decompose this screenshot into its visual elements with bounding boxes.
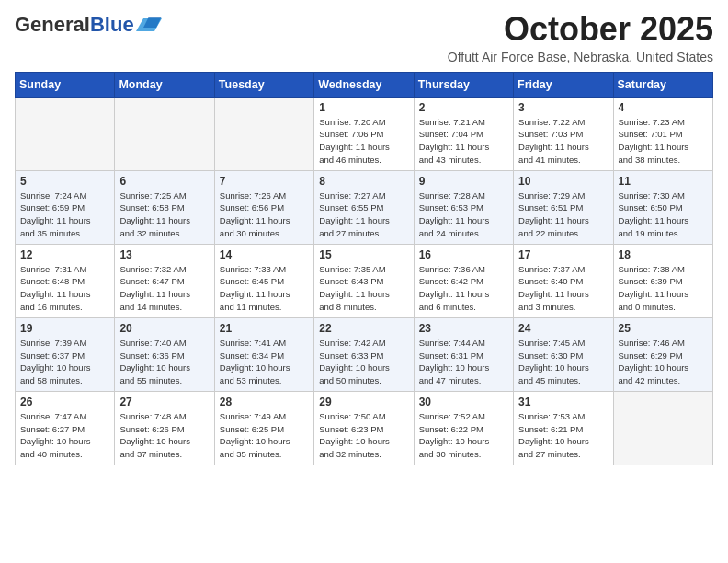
day-info: Sunrise: 7:45 AM Sunset: 6:30 PM Dayligh… (518, 337, 608, 387)
header: GeneralBlue October 2025 Offutt Air Forc… (15, 11, 713, 64)
day-info: Sunrise: 7:48 AM Sunset: 6:26 PM Dayligh… (119, 410, 209, 461)
day-info: Sunrise: 7:37 AM Sunset: 6:40 PM Dayligh… (518, 263, 608, 314)
day-number: 22 (319, 322, 408, 335)
day-number: 16 (419, 248, 508, 261)
day-cell: 27Sunrise: 7:48 AM Sunset: 6:26 PM Dayli… (115, 391, 214, 465)
day-info: Sunrise: 7:50 AM Sunset: 6:23 PM Dayligh… (319, 410, 408, 461)
day-number: 20 (119, 322, 209, 335)
day-info: Sunrise: 7:35 AM Sunset: 6:43 PM Dayligh… (319, 263, 408, 314)
day-info: Sunrise: 7:21 AM Sunset: 7:04 PM Dayligh… (419, 116, 508, 167)
day-number: 17 (518, 248, 608, 261)
day-number: 19 (20, 322, 109, 335)
day-number: 26 (20, 396, 109, 408)
day-cell: 15Sunrise: 7:35 AM Sunset: 6:43 PM Dayli… (314, 244, 414, 317)
location: Offutt Air Force Base, Nebraska, United … (448, 50, 713, 64)
day-info: Sunrise: 7:33 AM Sunset: 6:45 PM Dayligh… (220, 263, 309, 314)
day-cell: 24Sunrise: 7:45 AM Sunset: 6:30 PM Dayli… (514, 317, 613, 391)
day-cell: 26Sunrise: 7:47 AM Sunset: 6:27 PM Dayli… (16, 391, 115, 465)
column-header-friday: Friday (514, 72, 613, 97)
day-number: 9 (419, 175, 508, 188)
title-section: October 2025 Offutt Air Force Base, Nebr… (448, 11, 713, 64)
day-cell: 30Sunrise: 7:52 AM Sunset: 6:22 PM Dayli… (414, 391, 513, 465)
day-info: Sunrise: 7:31 AM Sunset: 6:48 PM Dayligh… (20, 263, 109, 314)
day-cell: 29Sunrise: 7:50 AM Sunset: 6:23 PM Dayli… (314, 391, 414, 465)
day-cell (214, 97, 313, 170)
day-info: Sunrise: 7:49 AM Sunset: 6:25 PM Dayligh… (220, 410, 309, 461)
day-info: Sunrise: 7:25 AM Sunset: 6:58 PM Dayligh… (119, 190, 209, 240)
day-number: 7 (220, 175, 309, 188)
week-row-3: 12Sunrise: 7:31 AM Sunset: 6:48 PM Dayli… (16, 244, 713, 317)
week-row-2: 5Sunrise: 7:24 AM Sunset: 6:59 PM Daylig… (16, 170, 713, 244)
day-cell: 16Sunrise: 7:36 AM Sunset: 6:42 PM Dayli… (414, 244, 513, 317)
logo: GeneralBlue (15, 15, 162, 35)
day-cell: 3Sunrise: 7:22 AM Sunset: 7:03 PM Daylig… (514, 97, 613, 170)
day-info: Sunrise: 7:39 AM Sunset: 6:37 PM Dayligh… (20, 337, 109, 387)
day-number: 15 (319, 248, 408, 261)
day-cell (16, 97, 115, 170)
day-cell (613, 391, 712, 465)
day-cell: 5Sunrise: 7:24 AM Sunset: 6:59 PM Daylig… (16, 170, 115, 244)
day-cell: 11Sunrise: 7:30 AM Sunset: 6:50 PM Dayli… (613, 170, 712, 244)
day-cell: 2Sunrise: 7:21 AM Sunset: 7:04 PM Daylig… (414, 97, 513, 170)
day-info: Sunrise: 7:36 AM Sunset: 6:42 PM Dayligh… (419, 263, 508, 314)
day-info: Sunrise: 7:46 AM Sunset: 6:29 PM Dayligh… (619, 337, 708, 387)
calendar-page: GeneralBlue October 2025 Offutt Air Forc… (0, 0, 728, 480)
column-header-tuesday: Tuesday (214, 72, 313, 97)
day-number: 24 (518, 322, 608, 335)
day-cell: 19Sunrise: 7:39 AM Sunset: 6:37 PM Dayli… (16, 317, 115, 391)
day-cell: 7Sunrise: 7:26 AM Sunset: 6:56 PM Daylig… (214, 170, 313, 244)
day-number: 30 (419, 396, 508, 408)
day-number: 27 (119, 396, 209, 408)
day-cell: 21Sunrise: 7:41 AM Sunset: 6:34 PM Dayli… (214, 317, 313, 391)
day-cell: 13Sunrise: 7:32 AM Sunset: 6:47 PM Dayli… (115, 244, 214, 317)
day-number: 12 (20, 248, 109, 261)
day-number: 23 (419, 322, 508, 335)
day-info: Sunrise: 7:26 AM Sunset: 6:56 PM Dayligh… (220, 190, 309, 240)
column-header-monday: Monday (115, 72, 214, 97)
column-header-sunday: Sunday (16, 72, 115, 97)
day-cell: 22Sunrise: 7:42 AM Sunset: 6:33 PM Dayli… (314, 317, 414, 391)
day-number: 31 (518, 396, 608, 408)
day-info: Sunrise: 7:29 AM Sunset: 6:51 PM Dayligh… (518, 190, 608, 240)
week-row-5: 26Sunrise: 7:47 AM Sunset: 6:27 PM Dayli… (16, 391, 713, 465)
day-info: Sunrise: 7:53 AM Sunset: 6:21 PM Dayligh… (518, 410, 608, 461)
day-info: Sunrise: 7:38 AM Sunset: 6:39 PM Dayligh… (619, 263, 708, 314)
day-info: Sunrise: 7:23 AM Sunset: 7:01 PM Dayligh… (619, 116, 708, 167)
day-cell: 28Sunrise: 7:49 AM Sunset: 6:25 PM Dayli… (214, 391, 313, 465)
day-number: 28 (220, 396, 309, 408)
day-number: 13 (119, 248, 209, 261)
day-number: 25 (619, 322, 708, 335)
day-cell: 31Sunrise: 7:53 AM Sunset: 6:21 PM Dayli… (514, 391, 613, 465)
day-number: 4 (619, 101, 708, 114)
day-cell: 14Sunrise: 7:33 AM Sunset: 6:45 PM Dayli… (214, 244, 313, 317)
day-info: Sunrise: 7:42 AM Sunset: 6:33 PM Dayligh… (319, 337, 408, 387)
day-info: Sunrise: 7:27 AM Sunset: 6:55 PM Dayligh… (319, 190, 408, 240)
day-number: 11 (619, 175, 708, 188)
day-info: Sunrise: 7:52 AM Sunset: 6:22 PM Dayligh… (419, 410, 508, 461)
day-number: 3 (518, 101, 608, 114)
day-cell: 1Sunrise: 7:20 AM Sunset: 7:06 PM Daylig… (314, 97, 414, 170)
day-info: Sunrise: 7:32 AM Sunset: 6:47 PM Dayligh… (119, 263, 209, 314)
header-row: SundayMondayTuesdayWednesdayThursdayFrid… (16, 72, 713, 97)
day-cell: 4Sunrise: 7:23 AM Sunset: 7:01 PM Daylig… (613, 97, 712, 170)
day-info: Sunrise: 7:24 AM Sunset: 6:59 PM Dayligh… (20, 190, 109, 240)
column-header-thursday: Thursday (414, 72, 513, 97)
day-cell: 6Sunrise: 7:25 AM Sunset: 6:58 PM Daylig… (115, 170, 214, 244)
logo-text: GeneralBlue (15, 15, 134, 35)
day-cell: 25Sunrise: 7:46 AM Sunset: 6:29 PM Dayli… (613, 317, 712, 391)
day-info: Sunrise: 7:47 AM Sunset: 6:27 PM Dayligh… (20, 410, 109, 461)
day-info: Sunrise: 7:20 AM Sunset: 7:06 PM Dayligh… (319, 116, 408, 167)
day-info: Sunrise: 7:41 AM Sunset: 6:34 PM Dayligh… (220, 337, 309, 387)
day-info: Sunrise: 7:22 AM Sunset: 7:03 PM Dayligh… (518, 116, 608, 167)
day-cell: 18Sunrise: 7:38 AM Sunset: 6:39 PM Dayli… (613, 244, 712, 317)
week-row-4: 19Sunrise: 7:39 AM Sunset: 6:37 PM Dayli… (16, 317, 713, 391)
column-header-saturday: Saturday (613, 72, 712, 97)
day-cell: 23Sunrise: 7:44 AM Sunset: 6:31 PM Dayli… (414, 317, 513, 391)
day-number: 10 (518, 175, 608, 188)
day-cell: 12Sunrise: 7:31 AM Sunset: 6:48 PM Dayli… (16, 244, 115, 317)
day-number: 2 (419, 101, 508, 114)
day-cell: 10Sunrise: 7:29 AM Sunset: 6:51 PM Dayli… (514, 170, 613, 244)
svg-marker-1 (143, 17, 162, 28)
logo-icon (136, 15, 162, 35)
day-number: 6 (119, 175, 209, 188)
